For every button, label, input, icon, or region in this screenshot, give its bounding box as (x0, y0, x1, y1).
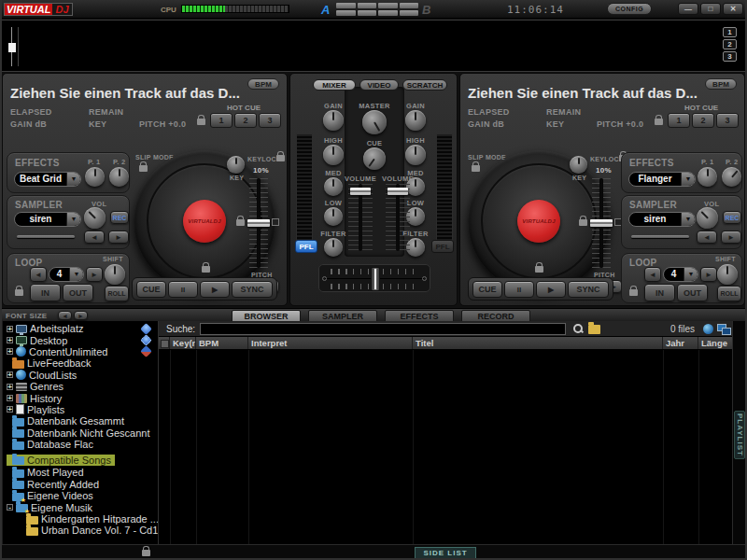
minimize-button[interactable]: — (678, 3, 698, 15)
crossfader[interactable] (318, 264, 430, 292)
effect-p2-knob[interactable] (722, 167, 741, 187)
loop-in-button[interactable]: IN (30, 284, 61, 301)
tab-mixer[interactable]: MIXER (313, 79, 356, 91)
search-icon[interactable] (572, 323, 584, 334)
tree-item-eigene-videos[interactable]: Eigene Videos (7, 490, 158, 501)
low-a-knob[interactable] (324, 207, 343, 226)
gain-a-knob[interactable] (323, 110, 344, 131)
loop-out-button[interactable]: OUT (677, 284, 708, 301)
pitch-slider[interactable] (249, 178, 268, 268)
expand-icon[interactable]: + (7, 384, 13, 390)
high-b-knob[interactable] (405, 145, 426, 165)
crossfader-handle[interactable] (371, 267, 380, 291)
chevron-down-icon[interactable]: ▼ (69, 268, 83, 281)
hot-cue-2-button[interactable]: 2 (234, 113, 257, 128)
volume-fader-b[interactable] (386, 184, 410, 251)
font-larger-button[interactable]: ► (74, 311, 88, 320)
tree-item-genres[interactable]: + Genres (7, 381, 158, 392)
rec-button[interactable]: REC (110, 211, 129, 224)
pitch-slider[interactable] (592, 178, 611, 268)
column-bpm[interactable]: BPM (196, 337, 248, 349)
tree-item-recently-added[interactable]: Recently Added (7, 479, 158, 490)
expand-icon[interactable]: + (7, 406, 13, 413)
pitch-slider-handle[interactable] (247, 219, 270, 227)
effect-p2-knob[interactable] (109, 167, 129, 187)
tree-item-database-flac[interactable]: Database Flac (7, 439, 158, 450)
sample-progress[interactable] (17, 235, 75, 238)
next-sample-button[interactable]: ► (721, 231, 741, 244)
filter-a-knob[interactable] (324, 238, 343, 257)
effect-p1-knob[interactable] (85, 167, 105, 187)
master-knob[interactable] (362, 110, 387, 134)
sample-progress[interactable] (631, 235, 689, 238)
key-knob[interactable] (227, 156, 245, 174)
lock-icon[interactable] (15, 289, 23, 296)
tree-item-compatible-songs[interactable]: Compatible Songs (7, 455, 115, 466)
hot-cue-2-button[interactable]: 2 (692, 113, 714, 128)
effect-p1-knob[interactable] (698, 167, 717, 187)
download-icon[interactable] (140, 346, 152, 358)
tree-item-kindergarten-hitparade[interactable]: Kindergarten Hitparade ... (7, 513, 158, 525)
tree-item-datenbank-nicht-gescannt[interactable]: Datenbank Nicht Gescannt (7, 427, 158, 439)
tree-item-eigene-musik[interactable]: - Eigene Musik (7, 501, 158, 512)
tree-item-contentunlimited[interactable]: + ContentUnlimited (7, 346, 158, 357)
loop-in-button[interactable]: IN (644, 284, 675, 301)
expand-icon[interactable]: + (7, 348, 13, 355)
next-sample-button[interactable]: ► (108, 231, 129, 244)
volume-fader-a-handle[interactable] (350, 188, 371, 195)
hot-cue-1-button[interactable]: 1 (210, 113, 233, 128)
lock-icon[interactable] (236, 219, 245, 226)
tree-item-most-played[interactable]: Most Played (7, 467, 158, 478)
tree-item-cloudlists[interactable]: + CloudLists (7, 370, 158, 381)
column-laenge[interactable]: Länge (698, 337, 732, 349)
shortcut-icon[interactable] (140, 323, 152, 335)
chevron-down-icon[interactable]: ▼ (681, 173, 695, 186)
sync-button[interactable]: SYNC (232, 281, 273, 298)
sync-button[interactable]: SYNC (568, 281, 609, 298)
waveform-display[interactable]: 1 2 3 (0, 20, 747, 72)
pause-button[interactable]: II (504, 281, 534, 298)
loop-length-select[interactable]: 4 ▼ (663, 267, 698, 282)
cue-button[interactable]: CUE (472, 281, 502, 298)
expand-icon[interactable]: + (7, 395, 13, 401)
loop-out-button[interactable]: OUT (63, 284, 93, 301)
lock-icon[interactable] (472, 165, 480, 172)
pitch-reset-button[interactable] (272, 218, 279, 226)
loop-half-button[interactable]: ◄ (30, 267, 47, 282)
expand-icon[interactable]: + (7, 337, 13, 343)
tab-video[interactable]: VIDEO (359, 79, 399, 91)
chevron-down-icon[interactable]: ▼ (681, 213, 695, 226)
loop-half-button[interactable]: ◄ (644, 267, 661, 282)
play-button[interactable]: ▶ (200, 281, 230, 298)
high-a-knob[interactable] (323, 145, 344, 165)
tree-item-history[interactable]: + History (7, 392, 158, 403)
tree-item-livefeedback[interactable]: LiveFeedback (7, 357, 158, 369)
waveform-scrubber[interactable] (11, 27, 19, 66)
column-icon[interactable] (159, 337, 170, 349)
chevron-down-icon[interactable]: ▼ (66, 173, 80, 186)
tree-item-datenbank-gesammt[interactable]: Datenbank Gesammt (7, 415, 158, 427)
pfl-b-button[interactable]: PFL (431, 240, 454, 253)
loop-shift-knob[interactable] (717, 264, 738, 285)
scrubber-handle[interactable] (8, 43, 16, 52)
netsearch-globe-icon[interactable] (703, 324, 713, 334)
sample-select[interactable]: siren ▼ (14, 212, 81, 227)
bpm-badge[interactable]: BPM (705, 78, 737, 90)
loop-roll-button[interactable]: ROLL (105, 286, 129, 301)
lock-icon[interactable] (202, 266, 210, 273)
sampler-vol-knob[interactable] (697, 207, 718, 229)
column-titel[interactable]: Titel (413, 337, 663, 349)
play-button[interactable]: ▶ (536, 281, 566, 298)
loop-double-button[interactable]: ► (86, 267, 103, 282)
cue-marker-1[interactable]: 1 (723, 27, 737, 37)
lock-icon[interactable] (535, 266, 543, 273)
lock-icon[interactable] (629, 289, 638, 296)
hot-cue-3-button[interactable]: 3 (716, 113, 739, 128)
key-knob[interactable] (570, 156, 587, 174)
lock-icon[interactable] (276, 155, 285, 161)
lock-icon[interactable] (579, 219, 587, 226)
prev-sample-button[interactable]: ◄ (84, 231, 105, 244)
tab-scratch[interactable]: SCRATCH (402, 79, 447, 91)
lock-icon[interactable] (197, 119, 205, 125)
tree-item-playlists[interactable]: + Playlists (7, 404, 158, 415)
